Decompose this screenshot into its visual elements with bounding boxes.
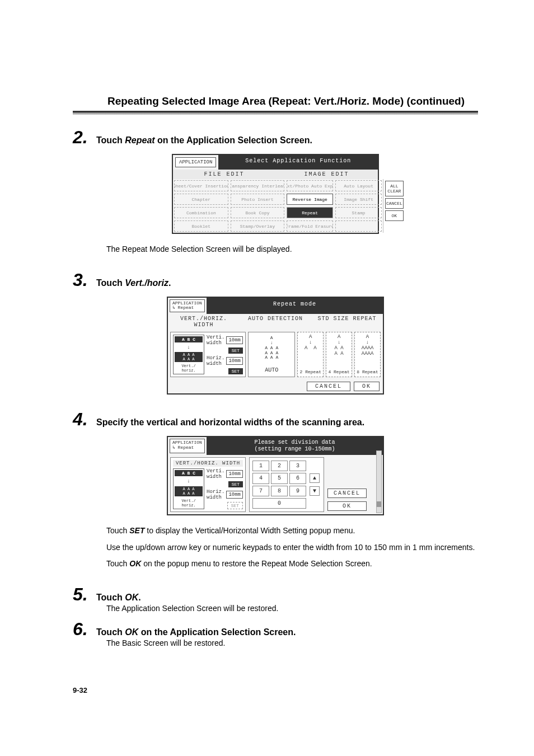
horiz-set-button[interactable]: SET [228, 368, 243, 374]
ok-button[interactable]: OK [385, 210, 404, 221]
application-breadcrumb: APPLICATION ↳ Repeat [170, 299, 205, 313]
four-repeat-button[interactable]: A ↓ A A A A 4 Repeat [326, 332, 352, 377]
combination-button[interactable]: Combination [174, 207, 228, 218]
stamp-button[interactable]: Stamp [335, 207, 382, 218]
numeric-keypad: 1 2 3 4 5 6 7 8 9 0 ▲ ▼ [249, 457, 324, 512]
header-divider [73, 111, 478, 115]
stamp-overlay-button[interactable]: Stamp/Overlay [231, 220, 285, 232]
key-9[interactable]: 9 [289, 486, 306, 496]
text-photo-auto-button[interactable]: Text/Photo Auto Expo. [287, 180, 333, 191]
book-copy-button[interactable]: Book Copy [231, 207, 285, 218]
step-4-instruction: Specify the vertical and horizontal widt… [96, 417, 364, 428]
horiz-width-value: 10mm [226, 491, 243, 499]
horiz-width-label: Horiz. width [207, 489, 224, 500]
ok-button[interactable]: OK [354, 382, 380, 391]
sheet-cover-insertion-button[interactable]: Sheet/Cover Insertion [174, 180, 228, 191]
verti-width-value: 10mm [226, 470, 243, 478]
step-6-body: The Basic Screen will be restored. [106, 638, 478, 649]
width-setting-popup: APPLICATION ↳ Repeat Please set division… [167, 436, 384, 515]
cancel-button[interactable]: CANCEL [327, 489, 367, 498]
auto-layout-button[interactable]: Auto Layout [335, 180, 382, 191]
image-shift-button[interactable]: Image Shift [335, 194, 382, 205]
screen-a-title: Select Application Function [218, 155, 378, 170]
auto-detection-button[interactable]: A ↓ A A A A A A A A A AUTO [248, 332, 295, 377]
horiz-width-label: Horiz. width [207, 355, 224, 367]
arrow-down-button[interactable]: ▼ [310, 486, 320, 496]
header-title: Repeating Selected Image Area (Repeat: V… [107, 95, 404, 107]
booklet-button[interactable]: Booklet [174, 220, 228, 232]
repeat-mode-selection-screen: APPLICATION ↳ Repeat Repeat mode VERT./H… [167, 297, 384, 395]
step-4-p3: Touch OK on the popup menu to restore th… [106, 558, 478, 570]
verti-width-label: Verti. width [207, 335, 224, 346]
two-repeat-button[interactable]: A ↓ A A 2 Repeat [297, 332, 324, 377]
screen-b-title: Repeat mode [207, 298, 383, 314]
header-title-suffix: (continued) [404, 95, 465, 107]
image-edit-heading: IMAGE EDIT [275, 170, 378, 179]
step-5-instruction: Touch OK. [96, 593, 141, 603]
key-7[interactable]: 7 [252, 486, 269, 496]
key-4[interactable]: 4 [252, 473, 269, 483]
step-2-number: 2. [73, 128, 90, 146]
arrow-up-button[interactable]: ▲ [310, 473, 320, 483]
step-6-instruction: Touch OK on the Application Selection Sc… [96, 627, 296, 637]
cancel-button[interactable]: CANCEL [385, 198, 404, 209]
frame-fold-erasure-button[interactable]: Frame/Fold Erasure [287, 220, 333, 232]
auto-detection-header: AUTO DETECTION [240, 314, 311, 330]
step-4: 4. Specify the vertical and horizontal w… [73, 410, 478, 570]
key-2[interactable]: 2 [271, 461, 288, 471]
vert-horiz-preview: A B C ↓ A A A A A A Vert./ horiz. [173, 335, 204, 374]
step-6-number: 6. [73, 620, 90, 638]
key-0[interactable]: 0 [252, 498, 306, 509]
screen-c-title: Please set division data (setting range … [207, 437, 383, 455]
key-3[interactable]: 3 [289, 461, 306, 471]
ok-button[interactable]: OK [327, 501, 367, 511]
vert-horiz-preview: A B C ↓ A A A A A A Vert./ horiz. [173, 468, 204, 509]
step-4-number: 4. [73, 410, 90, 428]
photo-insert-button[interactable]: Photo Insert [231, 194, 285, 205]
key-6[interactable]: 6 [289, 473, 306, 483]
step-4-p2: Use the up/down arrow key or numeric key… [106, 542, 478, 553]
horiz-width-value: 10mm [226, 357, 243, 365]
step-5-number: 5. [73, 585, 90, 603]
key-1[interactable]: 1 [252, 461, 269, 471]
vert-horiz-panel[interactable]: A B C ↓ A A A A A A Vert./ horiz. Verti.… [170, 332, 246, 377]
blank-cell [335, 220, 382, 232]
key-5[interactable]: 5 [271, 473, 288, 483]
reverse-image-button[interactable]: Reverse Image [287, 194, 333, 205]
step-2-caption: The Repeat Mode Selection Screen will be… [106, 244, 478, 255]
verti-width-label: Verti. width [207, 468, 224, 480]
scrollbar[interactable] [376, 450, 382, 513]
transparency-interleave-button[interactable]: Transparency Interleave [231, 180, 285, 191]
verti-set-button[interactable]: SET [228, 348, 243, 354]
chapter-button[interactable]: Chapter [174, 194, 228, 205]
step-3-instruction: Touch Vert./horiz. [96, 278, 171, 288]
step-5-body: The Application Selection Screen will be… [106, 603, 478, 614]
step-5: 5. Touch OK. The Application Selection S… [73, 585, 478, 614]
cancel-button[interactable]: CANCEL [307, 382, 350, 391]
step-2: 2. Touch Repeat on the Application Selec… [73, 128, 478, 255]
step-4-p1: Touch SET to display the Vertical/Horizo… [106, 525, 478, 537]
step-6: 6. Touch OK on the Application Selection… [73, 620, 478, 649]
std-size-repeat-header: STD SIZE REPEAT [311, 314, 383, 330]
application-breadcrumb: APPLICATION ↳ Repeat [170, 439, 205, 453]
repeat-button[interactable]: Repeat [287, 207, 333, 218]
application-selection-screen: APPLICATION Select Application Function … [172, 154, 379, 234]
vert-horiz-panel: VERT./HORIZ. WIDTH A B C ↓ A A A A A A V… [170, 457, 246, 512]
eight-repeat-button[interactable]: A ↓ AAAA AAAA 8 Repeat [354, 332, 381, 377]
all-clear-button[interactable]: ALL CLEAR [385, 181, 404, 196]
verti-set-button[interactable]: SET [228, 481, 243, 487]
key-8[interactable]: 8 [271, 486, 288, 496]
horiz-set-button[interactable]: SET [227, 502, 243, 509]
step-3-number: 3. [73, 271, 90, 289]
application-chip: APPLICATION [175, 157, 216, 167]
page-number: 9-32 [73, 686, 87, 694]
step-2-instruction: Touch Repeat on the Application Selectio… [96, 135, 312, 145]
vert-horiz-header: VERT./HORIZ. WIDTH [168, 314, 240, 330]
verti-width-value: 10mm [226, 336, 243, 344]
step-3: 3. Touch Vert./horiz. APPLICATION ↳ Repe… [73, 271, 478, 395]
scrollbar-handle[interactable] [377, 501, 381, 507]
file-edit-heading: FILE EDIT [173, 170, 275, 179]
page-header: Repeating Selected Image Area (Repeat: V… [73, 95, 478, 107]
